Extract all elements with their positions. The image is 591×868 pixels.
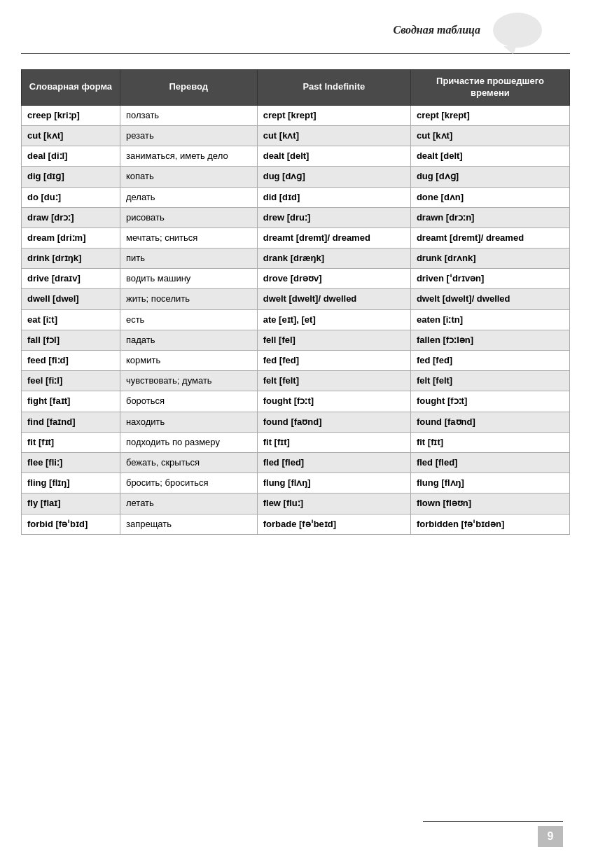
- table-row: fly [flaɪ]летатьflew [fluː]flown [fləʊn]: [22, 493, 570, 514]
- table-row: fall [fɔl]падатьfell [fel]fallen [fɔːlən…: [22, 330, 570, 350]
- table-cell: подходить по размеру: [120, 432, 257, 452]
- table-row: forbid [fəˈbɪd]запрещатьforbade [fəˈbeɪd…: [22, 514, 570, 534]
- table-row: dream [driːm]мечтать; снитьсяdreamt [dre…: [22, 227, 570, 248]
- table-cell: бороться: [120, 391, 257, 412]
- table-cell: dug [dʌɡ]: [257, 167, 410, 187]
- table-cell: fed [fed]: [410, 351, 569, 371]
- table-cell: fit [fɪt]: [22, 432, 120, 452]
- table-row: dig [dɪɡ]копатьdug [dʌɡ]dug [dʌɡ]: [22, 167, 570, 187]
- table-cell: drank [dræŋk]: [257, 248, 410, 269]
- table-cell: мечтать; сниться: [120, 227, 257, 248]
- table-row: creep [kriːp]ползатьcrept [krept]crept […: [22, 105, 570, 125]
- table-cell: находить: [120, 412, 257, 432]
- table-cell: draw [drɔː]: [22, 207, 120, 227]
- table-cell: резать: [120, 125, 257, 146]
- table-cell: found [faʊnd]: [410, 412, 569, 432]
- table-cell: fight [faɪt]: [22, 391, 120, 412]
- table-cell: driven [ˈdrɪvən]: [410, 269, 569, 289]
- table-cell: forbade [fəˈbeɪd]: [257, 514, 410, 534]
- table-cell: делать: [120, 187, 257, 207]
- table-cell: fought [fɔːt]: [410, 391, 569, 412]
- table-cell: летать: [120, 493, 257, 514]
- table-row: fight [faɪt]боротьсяfought [fɔːt]fought …: [22, 391, 570, 412]
- table-cell: кормить: [120, 351, 257, 371]
- table-cell: fell [fel]: [257, 330, 410, 350]
- table-cell: drink [drɪŋk]: [22, 248, 120, 269]
- table-cell: eat [iːt]: [22, 309, 120, 330]
- table-cell: dealt [delt]: [410, 146, 569, 167]
- table-cell: forbidden [fəˈbɪdən]: [410, 514, 569, 534]
- table-cell: drawn [drɔːn]: [410, 207, 569, 227]
- table-cell: падать: [120, 330, 257, 350]
- table-cell: бросить; броситься: [120, 473, 257, 493]
- table-cell: водить машину: [120, 269, 257, 289]
- table-row: fit [fɪt]подходить по размеруfit [fɪt]fi…: [22, 432, 570, 452]
- page-title: Сводная таблица: [394, 24, 481, 36]
- table-cell: do [duː]: [22, 187, 120, 207]
- table-cell: fought [fɔːt]: [257, 391, 410, 412]
- table-cell: eaten [iːtn]: [410, 309, 569, 330]
- table-cell: drive [draɪv]: [22, 269, 120, 289]
- header-area: Сводная таблица: [21, 0, 570, 54]
- table-cell: запрещать: [120, 514, 257, 534]
- table-cell: drew [druː]: [257, 207, 410, 227]
- table-row: deal [diːl]заниматься, иметь делоdealt […: [22, 146, 570, 167]
- table-cell: flew [fluː]: [257, 493, 410, 514]
- table-cell: creep [kriːp]: [22, 105, 120, 125]
- col-header-trans: Перевод: [120, 70, 257, 106]
- table-cell: fled [fled]: [410, 452, 569, 472]
- table-row: cut [kʌt]резатьcut [kʌt]cut [kʌt]: [22, 125, 570, 146]
- table-cell: deal [diːl]: [22, 146, 120, 167]
- table-cell: find [faɪnd]: [22, 412, 120, 432]
- col-header-word: Словарная форма: [22, 70, 120, 106]
- table-cell: felt [felt]: [257, 371, 410, 391]
- table-cell: есть: [120, 309, 257, 330]
- table-row: feed [fiːd]кормитьfed [fed]fed [fed]: [22, 351, 570, 371]
- table-row: flee [fliː]бежать, скрытьсяfled [fled]fl…: [22, 452, 570, 472]
- table-cell: fit [fɪt]: [257, 432, 410, 452]
- table-cell: dreamt [dremt]/ dreamed: [410, 227, 569, 248]
- table-cell: flee [fliː]: [22, 452, 120, 472]
- table-cell: cut [kʌt]: [257, 125, 410, 146]
- table-cell: fallen [fɔːlən]: [410, 330, 569, 350]
- table-row: eat [iːt]естьate [eɪt], [et]eaten [iːtn]: [22, 309, 570, 330]
- table-cell: felt [felt]: [410, 371, 569, 391]
- table-row: fling [flɪŋ]бросить; броситьсяflung [flʌ…: [22, 473, 570, 493]
- table-cell: чувствовать; думать: [120, 371, 257, 391]
- table-cell: drove [drəʊv]: [257, 269, 410, 289]
- table-row: draw [drɔː]рисоватьdrew [druː]drawn [drɔ…: [22, 207, 570, 227]
- page-footer: 9: [423, 821, 563, 848]
- table-cell: flown [fləʊn]: [410, 493, 569, 514]
- table-cell: fled [fled]: [257, 452, 410, 472]
- table-row: find [faɪnd]находитьfound [faʊnd]found […: [22, 412, 570, 432]
- col-header-part: Причастие прошедшего времени: [410, 70, 569, 106]
- table-cell: fit [fɪt]: [410, 432, 569, 452]
- table-cell: drunk [drʌnk]: [410, 248, 569, 269]
- speech-bubble: [493, 13, 542, 48]
- table-cell: feel [fiːl]: [22, 371, 120, 391]
- table-cell: dug [dʌɡ]: [410, 167, 569, 187]
- table-cell: ate [eɪt], [et]: [257, 309, 410, 330]
- table-cell: dealt [delt]: [257, 146, 410, 167]
- table-cell: dig [dɪɡ]: [22, 167, 120, 187]
- table-cell: копать: [120, 167, 257, 187]
- table-cell: cut [kʌt]: [410, 125, 569, 146]
- table-row: dwell [dwel]жить; поселитьdwelt [dwelt]/…: [22, 289, 570, 309]
- col-header-past: Past Indefinite: [257, 70, 410, 106]
- table-cell: fly [flaɪ]: [22, 493, 120, 514]
- table-cell: бежать, скрыться: [120, 452, 257, 472]
- table-cell: flung [flʌŋ]: [410, 473, 569, 493]
- table-cell: fed [fed]: [257, 351, 410, 371]
- table-cell: заниматься, иметь дело: [120, 146, 257, 167]
- table-cell: dwell [dwel]: [22, 289, 120, 309]
- page-container: Сводная таблица Словарная форма Перевод …: [0, 0, 591, 868]
- table-cell: crept [krept]: [257, 105, 410, 125]
- table-cell: dwelt [dwelt]/ dwelled: [410, 289, 569, 309]
- table-cell: пить: [120, 248, 257, 269]
- table-cell: forbid [fəˈbɪd]: [22, 514, 120, 534]
- table-cell: fling [flɪŋ]: [22, 473, 120, 493]
- table-row: drive [draɪv]водить машинуdrove [drəʊv]d…: [22, 269, 570, 289]
- table-row: feel [fiːl]чувствовать; думатьfelt [felt…: [22, 371, 570, 391]
- table-cell: fall [fɔl]: [22, 330, 120, 350]
- page-number: 9: [538, 826, 563, 847]
